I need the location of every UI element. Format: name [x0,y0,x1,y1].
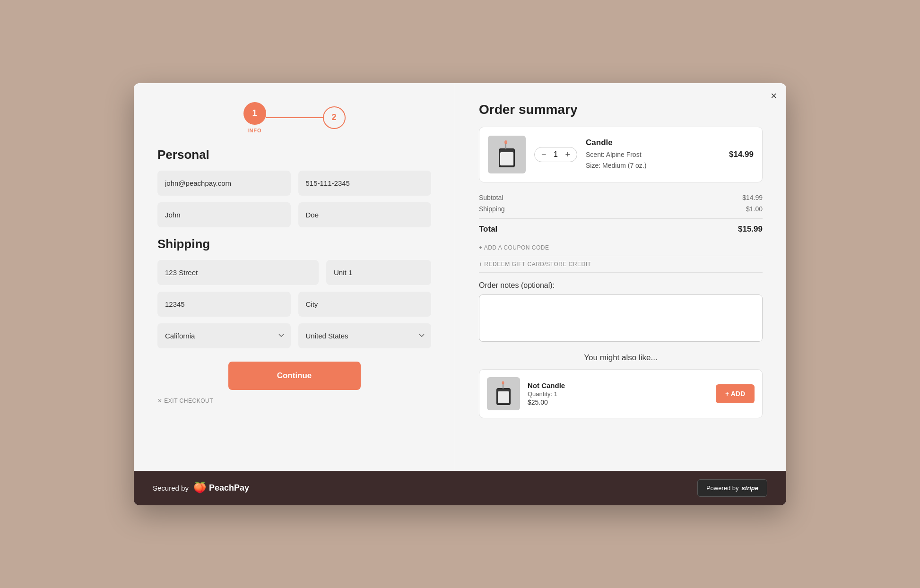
first-name-field[interactable] [157,202,291,227]
peachpay-logo: 🍑 PeachPay [193,482,249,494]
upsell-price: $25.00 [528,398,708,406]
product-image [488,136,526,173]
shipping-title: Shipping [157,237,431,251]
last-name-field[interactable] [298,202,432,227]
subtotal-label: Subtotal [479,194,503,201]
phone-field[interactable] [298,171,432,196]
svg-point-4 [504,140,507,144]
shipping-row-1 [157,260,431,285]
email-field[interactable] [157,171,291,196]
gift-link[interactable]: + REDEEM GIFT CARD/STORE CREDIT [479,256,763,273]
upsell-add-button[interactable]: + ADD [716,384,755,403]
step-1-number: 1 [252,108,257,118]
product-price: $14.99 [729,150,754,159]
shipping-label: Shipping [479,205,505,213]
close-button[interactable]: × [771,91,777,101]
footer-left: Secured by 🍑 PeachPay [153,482,249,494]
totals-section: Subtotal $14.99 Shipping $1.00 Total $15… [479,192,763,240]
also-like-title: You might also like... [479,353,763,363]
total-value: $15.99 [738,225,763,234]
shipping-row-2 [157,292,431,317]
total-label: Total [479,225,497,234]
quantity-value: 1 [552,150,560,159]
product-scent: Scent: Alpine Frost [586,149,720,160]
product-info: Candle Scent: Alpine Frost Size: Medium … [586,138,720,171]
stripe-powered-label: Powered by [706,484,739,492]
step-1-label: INFO [247,128,261,133]
secured-label: Secured by [153,484,189,492]
upsell-candle-icon [494,380,513,407]
shipping-value: $1.00 [746,205,763,213]
personal-row-2 [157,202,431,227]
zip-field[interactable] [157,292,291,317]
continue-button[interactable]: Continue [228,362,361,390]
stripe-badge: Powered by stripe [697,479,767,497]
right-panel: Order summary − 1 + [455,83,786,471]
peachpay-icon: 🍑 [193,482,206,494]
product-name: Candle [586,138,720,147]
stripe-brand-label: stripe [742,484,758,492]
candle-icon [495,139,519,170]
coupon-link[interactable]: + ADD A COUPON CODE [479,240,763,256]
quantity-control: − 1 + [534,147,577,162]
state-select[interactable]: California New York Texas Florida [157,323,291,348]
step-connector [266,117,323,118]
svg-rect-2 [500,152,513,165]
shipping-row-3: California New York Texas Florida United… [157,323,431,348]
svg-point-9 [502,381,504,384]
address-field[interactable] [157,260,319,285]
personal-row-1 [157,171,431,196]
subtotal-value: $14.99 [742,194,763,201]
notes-textarea[interactable] [479,294,763,342]
step-1-circle: 1 [243,102,266,125]
stepper: 1 INFO 2 [157,102,431,133]
product-card: − 1 + Candle Scent: Alpine Frost Size: M… [479,127,763,182]
total-row: Total $15.99 [479,218,763,234]
upsell-info: Not Candle Quantity: 1 $25.00 [528,381,708,406]
shipping-row: Shipping $1.00 [479,205,763,213]
upsell-card: Not Candle Quantity: 1 $25.00 + ADD [479,369,763,418]
country-select[interactable]: United States Canada United Kingdom [298,323,432,348]
checkout-modal: × 1 INFO 2 Personal [134,83,786,505]
order-summary-title: Order summary [479,102,763,117]
exit-checkout-button[interactable]: ✕ EXIT CHECKOUT [157,398,213,404]
quantity-increase-button[interactable]: + [565,150,571,159]
peachpay-text: PeachPay [209,483,249,493]
modal-footer: Secured by 🍑 PeachPay Powered by stripe [134,471,786,505]
svg-rect-7 [498,391,509,403]
step-1-wrapper: 1 INFO [243,102,266,133]
upsell-qty: Quantity: 1 [528,390,708,398]
step-2-number: 2 [331,112,336,122]
notes-label: Order notes (optional): [479,281,763,290]
left-panel: 1 INFO 2 Personal [134,83,455,471]
city-field[interactable] [298,292,432,317]
personal-title: Personal [157,147,431,162]
step-2-circle: 2 [323,106,346,129]
subtotal-row: Subtotal $14.99 [479,194,763,201]
upsell-image [487,377,520,410]
product-size: Size: Medium (7 oz.) [586,160,720,171]
quantity-decrease-button[interactable]: − [541,150,547,159]
upsell-name: Not Candle [528,381,708,389]
unit-field[interactable] [326,260,431,285]
step-2-wrapper: 2 [323,106,346,129]
